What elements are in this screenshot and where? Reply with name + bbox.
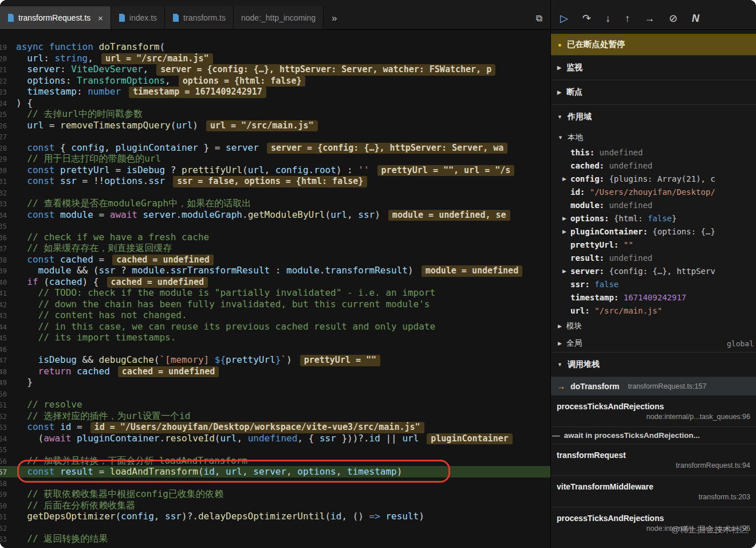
code-line[interactable]: 158 xyxy=(0,477,550,489)
code-line[interactable]: 130 const prettyUrl = isDebug ? prettify… xyxy=(0,165,550,176)
chevron-right-icon[interactable]: ▶ xyxy=(562,212,570,225)
code-line[interactable]: 122 options: TransformOptions,options = … xyxy=(0,75,550,87)
code-line[interactable]: 159 // 获取依赖收集器中根据config已收集的依赖 xyxy=(0,488,550,500)
section-scopes[interactable]: ▼ 作用域 xyxy=(551,104,756,129)
line-number[interactable]: 140 xyxy=(0,277,7,289)
code-line[interactable]: 142 // down the chain has been fully inv… xyxy=(0,299,550,310)
chevron-right-icon[interactable]: ▶ xyxy=(562,173,570,186)
callstack-frame-current[interactable]: →doTransformtransformRequest.ts:157 xyxy=(551,377,756,395)
line-number[interactable]: 149 xyxy=(0,378,7,389)
line-number[interactable]: 153 xyxy=(0,422,7,434)
step-out-icon[interactable]: ↑ xyxy=(625,13,630,24)
callstack-frame[interactable]: processTicksAndRejectionsnode:internal/p… xyxy=(551,395,756,426)
split-editor-icon[interactable]: ⧉ xyxy=(536,13,542,24)
code-line[interactable]: 149 } xyxy=(0,377,550,388)
code-line[interactable]: 163 // 返回转换的结果 xyxy=(0,533,550,545)
line-number[interactable]: 128 xyxy=(0,143,7,155)
code-line[interactable]: 157 const result = loadAndTransform(id, … xyxy=(0,466,550,477)
tab-transformRequest.ts[interactable]: transformRequest.ts× xyxy=(0,6,111,29)
line-number[interactable]: 123 xyxy=(0,87,7,99)
callstack-frame[interactable]: viteTransformMiddlewaretransform.ts:203 xyxy=(551,475,756,507)
line-number[interactable]: 131 xyxy=(0,177,7,188)
scope-module[interactable]: ▶ 模块 xyxy=(551,318,756,335)
code-line[interactable]: 135 xyxy=(0,220,550,232)
section-breakpoints[interactable]: ▶ 断点 xyxy=(551,80,756,104)
section-callstack[interactable]: ▼ 调用堆栈 xyxy=(551,352,756,377)
code-line[interactable]: 129 // 用于日志打印的带颜色的url xyxy=(0,153,550,165)
code-line[interactable]: 125 // 去掉url中的时间戳参数 xyxy=(0,108,550,120)
code-line[interactable]: 132 xyxy=(0,187,550,198)
code-line[interactable]: 119async function doTransform( xyxy=(0,41,550,53)
code-line[interactable]: 143 // content has not changed. xyxy=(0,310,550,321)
code-line[interactable]: 124) { xyxy=(0,97,550,109)
line-number[interactable]: 134 xyxy=(0,210,7,222)
code-line[interactable]: 138 const cached =cached = undefined xyxy=(0,254,550,265)
variable-row[interactable]: ▶server: {config: {…}, httpServ xyxy=(551,265,756,278)
variable-row[interactable]: timestamp: 1671409242917 xyxy=(551,291,756,304)
variable-row[interactable]: result: undefined xyxy=(551,252,756,265)
line-number[interactable]: 133 xyxy=(0,199,7,210)
code-line[interactable]: 152 // 选择对应的插件，为url设置一个id xyxy=(0,410,550,422)
line-number[interactable]: 144 xyxy=(0,322,7,334)
variable-row[interactable]: ▶config: {plugins: Array(21), c xyxy=(551,173,756,186)
line-number[interactable]: 151 xyxy=(0,400,7,412)
variable-row[interactable]: id: "/Users/zhouyifan/Desktop/ xyxy=(551,186,756,199)
line-number[interactable]: 145 xyxy=(0,333,7,345)
chevron-right-icon[interactable]: ▶ xyxy=(562,265,570,278)
line-number[interactable]: 136 xyxy=(0,233,7,244)
callstack-frame[interactable]: processTicksAndRejectionsnode:internal/p… xyxy=(551,507,756,538)
scope-local[interactable]: ▼ 本地 xyxy=(551,129,756,146)
line-number[interactable]: 147 xyxy=(0,355,7,367)
code-line[interactable]: 145 // its import timestamps. xyxy=(0,332,550,343)
code-line[interactable]: 150 xyxy=(0,388,550,400)
code-line[interactable]: 137 // 如果缓存存在，则直接返回缓存 xyxy=(0,242,550,254)
line-number[interactable]: 130 xyxy=(0,166,7,177)
variable-row[interactable]: cached: undefined xyxy=(551,159,756,173)
line-number[interactable]: 121 xyxy=(0,65,7,76)
code-line[interactable]: 154 (await pluginContainer.resolveId(url… xyxy=(0,433,550,444)
line-number[interactable]: 146 xyxy=(0,345,7,356)
code-line[interactable]: 146 xyxy=(0,343,550,355)
line-number[interactable]: 154 xyxy=(0,434,7,445)
line-number[interactable]: 127 xyxy=(0,132,7,143)
code-line[interactable]: 133 // 查看模块是否在moduleGraph中，如果在的话取出 xyxy=(0,198,550,209)
line-number[interactable]: 150 xyxy=(0,389,7,401)
line-number[interactable]: 119 xyxy=(0,42,7,54)
code-line[interactable]: 121 server: ViteDevServer,server = {conf… xyxy=(0,64,550,75)
code-line[interactable]: 161 getDepsOptimizer(config, ssr)?.delay… xyxy=(0,511,550,522)
line-number[interactable]: 161 xyxy=(0,512,7,523)
variable-row[interactable]: ▶options: {html: false} xyxy=(551,212,756,225)
code-line[interactable]: 148 return cachedcached = undefined xyxy=(0,366,550,377)
code-line[interactable]: 127 xyxy=(0,131,550,142)
step-into-icon[interactable]: ↓ xyxy=(605,13,611,24)
line-number[interactable]: 129 xyxy=(0,154,7,166)
line-number[interactable]: 120 xyxy=(0,54,7,65)
stop-icon[interactable]: N xyxy=(692,13,699,24)
line-number[interactable]: 157 xyxy=(0,467,7,479)
step-over-icon[interactable]: ↷ xyxy=(582,13,591,24)
callstack-frame[interactable]: transformRequesttransformRequest.ts:94 xyxy=(551,444,756,475)
code-line[interactable]: 160 // 后面在分析依赖收集器 xyxy=(0,500,550,511)
line-number[interactable]: 124 xyxy=(0,99,7,110)
code-line[interactable]: 140 if (cached) {cached = undefined xyxy=(0,276,550,288)
code-line[interactable]: 136 // check if we have a fresh cache xyxy=(0,232,550,243)
line-number[interactable]: 159 xyxy=(0,490,7,501)
code-line[interactable]: 144 // in this case, we can reuse its pr… xyxy=(0,321,550,332)
code-line[interactable]: 131 const ssr = !!options.ssrssr = false… xyxy=(0,175,550,187)
line-number[interactable]: 155 xyxy=(0,445,7,456)
step-icon[interactable]: → xyxy=(644,13,655,24)
section-watch[interactable]: ▶ 监视 xyxy=(551,55,756,80)
variable-row[interactable]: ssr: false xyxy=(551,278,756,291)
code-line[interactable]: 139 module && (ssr ? module.ssrTransform… xyxy=(0,265,550,276)
code-line[interactable]: 147 isDebug && debugCache(`[memory] ${pr… xyxy=(0,354,550,366)
line-number[interactable]: 122 xyxy=(0,76,7,88)
code-line[interactable]: 128 const { config, pluginContainer } = … xyxy=(0,142,550,154)
code-line[interactable]: 153 const id =id = "/Users/zhouyifan/Des… xyxy=(0,421,550,433)
line-number[interactable]: 138 xyxy=(0,255,7,267)
line-number[interactable]: 142 xyxy=(0,300,7,311)
line-number[interactable]: 143 xyxy=(0,311,7,322)
tab-transform.ts[interactable]: transform.ts xyxy=(165,6,234,29)
chevron-right-icon[interactable]: ▶ xyxy=(562,225,570,238)
line-number[interactable]: 132 xyxy=(0,188,7,199)
variable-row[interactable]: this: undefined xyxy=(551,146,756,159)
